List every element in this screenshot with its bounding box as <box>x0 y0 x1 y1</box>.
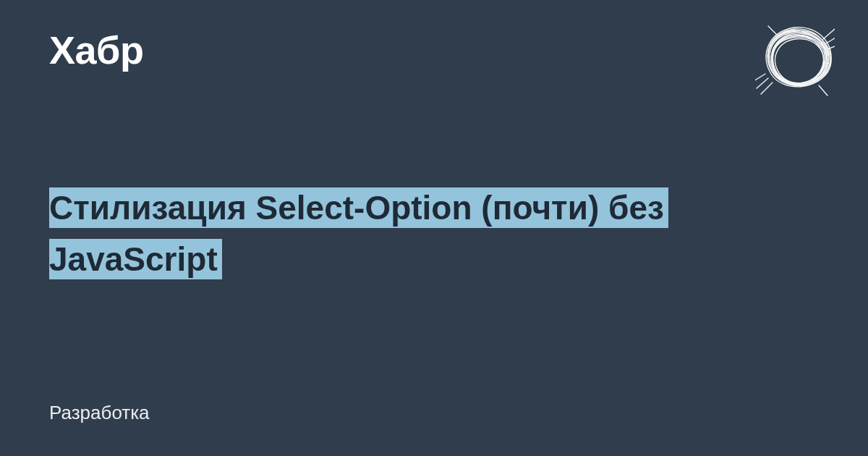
article-title-block: Стилизация Select-Option (почти) без Jav… <box>49 182 819 286</box>
site-logo: Хабр <box>49 28 143 72</box>
scribble-icon <box>755 22 835 101</box>
category-label: Разработка <box>49 402 150 424</box>
article-title-text: Стилизация Select-Option (почти) без Jav… <box>49 187 668 279</box>
article-title: Стилизация Select-Option (почти) без Jav… <box>49 182 819 286</box>
